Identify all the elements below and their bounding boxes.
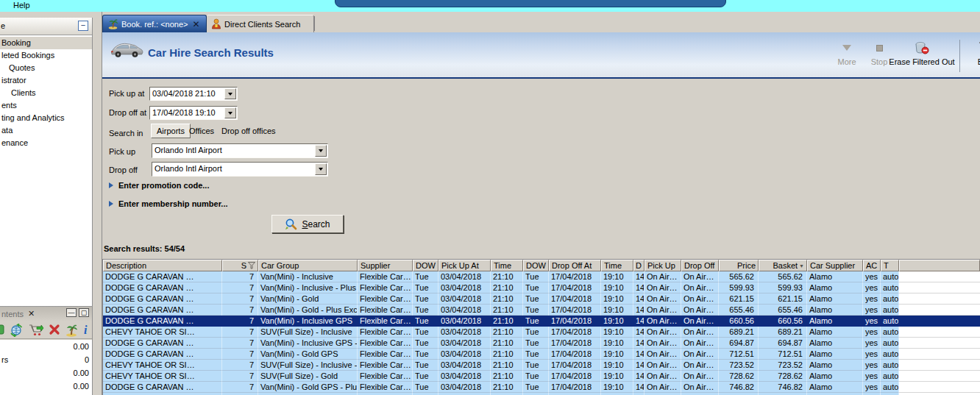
cell: Tue — [523, 338, 549, 349]
close-icon[interactable]: ✕ — [193, 19, 200, 29]
result-row[interactable]: DODGE G CARAVAN …7Van(Mini) - Inclusive … — [103, 338, 980, 349]
cell: 21:10 — [491, 305, 523, 316]
minimize-icon[interactable]: — — [66, 308, 77, 317]
search-in-airports[interactable]: Airports — [151, 124, 191, 138]
add-to-basket-icon[interactable] — [29, 324, 45, 337]
basket-button[interactable]: Bask — [965, 41, 980, 66]
result-row[interactable]: DODGE G CARAVAN …7Van(Mini) - Inclusive … — [103, 316, 980, 327]
svg-text:i: i — [84, 324, 88, 336]
sidebar-item[interactable]: leted Bookings — [0, 49, 92, 62]
menu-help[interactable]: Help — [13, 1, 30, 10]
column-header-pick-up-at[interactable]: Pick Up At — [438, 260, 491, 271]
column-header-d[interactable]: D — [633, 260, 645, 271]
dropoff-at-field[interactable]: 17/04/2018 19:10 — [149, 106, 238, 120]
chevron-down-icon[interactable] — [224, 88, 236, 99]
collapse-icon[interactable]: − — [78, 21, 88, 31]
cell: 660.56 — [719, 316, 759, 327]
column-header-time[interactable]: Time — [601, 260, 633, 271]
cell: On Air… — [645, 349, 681, 360]
cell: On Air… — [681, 305, 719, 316]
result-row[interactable]: DODGE G CARAVAN …7Van(Mini) - Gold - Plu… — [103, 305, 980, 316]
column-header-price[interactable]: Price — [719, 260, 759, 271]
column-header-dow[interactable]: DOW — [413, 260, 438, 271]
navigation-sidebar: e − Bookingleted BookingsQuotesistratorC… — [0, 18, 93, 306]
sidebar-item[interactable]: ents — [0, 99, 92, 112]
column-header-description[interactable]: Description — [103, 260, 222, 271]
sidebar-item[interactable]: ting and Analytics — [0, 112, 92, 124]
chevron-down-icon[interactable] — [315, 145, 327, 157]
result-row[interactable]: DODGE G CARAVAN …7Van(Mini) - GoldFlexib… — [103, 293, 980, 305]
filter-icon — [248, 262, 255, 269]
search-in-offices[interactable]: Offices — [189, 127, 214, 135]
palm-tree-icon[interactable] — [65, 324, 78, 337]
cell: 694.87 — [719, 338, 759, 349]
pickup-at-field[interactable]: 03/04/2018 21:10 — [149, 87, 238, 101]
erase-filtered-out-button[interactable]: Erase Filtered Out — [887, 41, 957, 66]
column-header-ac[interactable]: AC — [863, 260, 881, 271]
cell: On Air… — [645, 271, 681, 282]
tab-direct-clients-search[interactable]: Direct Clients Search — [207, 15, 314, 32]
delete-icon[interactable] — [49, 324, 60, 335]
tab-booking-ref[interactable]: Book. ref.: <none> ✕ — [102, 15, 207, 32]
column-header-basket[interactable]: Basket▼ — [759, 260, 807, 271]
column-header-drop-off[interactable]: Drop Off — [681, 260, 719, 271]
column-header-supplier[interactable]: Supplier — [358, 260, 413, 271]
dropoff-at-label: Drop off at — [109, 108, 146, 117]
more-button[interactable]: More — [831, 41, 863, 66]
cell: yes — [863, 382, 881, 393]
expander-arrow-icon[interactable] — [109, 182, 113, 188]
info-icon[interactable]: i — [83, 324, 90, 336]
column-header-drop-off-at[interactable]: Drop Off At — [549, 260, 601, 271]
sidebar-item[interactable]: Booking — [0, 37, 92, 49]
maximize-icon[interactable]: ▢ — [79, 308, 89, 317]
cell: 19:10 — [601, 349, 633, 360]
clipped-icon[interactable] — [0, 324, 4, 335]
cell: 19:10 — [601, 327, 633, 338]
cell: Van(Mini) - Gold — [258, 293, 358, 305]
pickup-label: Pick up — [109, 147, 135, 156]
result-row[interactable]: DODGE G CARAVAN …7Van(Mini) - InclusiveF… — [103, 271, 980, 282]
cell: Alamo — [807, 316, 863, 327]
close-icon[interactable]: ✕ — [28, 309, 35, 319]
column-header-t[interactable]: T — [881, 260, 899, 271]
cell: 21:10 — [491, 271, 523, 282]
cell: 19:10 — [601, 316, 633, 327]
dropoff-combobox[interactable]: Orlando Intl Airport — [152, 162, 328, 177]
refresh-globe-icon[interactable] — [10, 324, 24, 337]
pickup-combobox[interactable]: Orlando Intl Airport — [152, 143, 328, 158]
sidebar-item[interactable]: Clients — [0, 87, 92, 99]
cell: 03/04/2018 — [438, 282, 491, 293]
chevron-down-icon[interactable] — [224, 107, 236, 118]
cell: 03/04/2018 — [438, 382, 491, 393]
sidebar-item[interactable]: istrator — [0, 74, 92, 87]
result-row[interactable]: CHEVY TAHOE OR SI…7SUV(Full Size) - Incl… — [103, 327, 980, 338]
search-button[interactable]: Search — [271, 215, 344, 233]
chevron-down-icon[interactable] — [315, 163, 327, 175]
search-results-summary: Search results: 54/54 — [104, 244, 185, 253]
promotion-code-expander[interactable]: Enter promotion code... — [118, 181, 209, 190]
result-row[interactable]: CHEVY TAHOE OR SI…7SUV(Full Size) - Gold… — [103, 371, 980, 382]
panel-tab-contents[interactable]: ntents — [1, 310, 24, 319]
result-row[interactable]: CHEVY TAHOE OR SI…7SUV(Full Size) - Incl… — [103, 360, 980, 371]
result-row[interactable]: DODGE G CARAVAN …7Van(Mini) - Gold GPSFl… — [103, 349, 980, 360]
expander-arrow-icon[interactable] — [109, 201, 113, 207]
result-row[interactable]: DODGE G CARAVAN …7Van(Mini) - Inclusive … — [103, 282, 980, 293]
sidebar-item[interactable]: ata — [0, 124, 92, 137]
cell: 565.62 — [719, 271, 759, 282]
column-header-dow[interactable]: DOW — [523, 260, 549, 271]
column-header-pick-up[interactable]: Pick Up — [645, 260, 681, 271]
result-row[interactable]: DODGE G CARAVAN …7Van(Mini) - Gold GPS -… — [103, 382, 980, 393]
membership-number-expander[interactable]: Enter membership number... — [118, 199, 228, 208]
cell: 19:10 — [601, 282, 633, 293]
cell: Alamo — [807, 271, 863, 282]
column-header-s[interactable]: S — [222, 260, 258, 271]
column-header-car-group[interactable]: Car Group — [258, 260, 358, 271]
column-header-car-supplier[interactable]: Car Supplier — [807, 260, 863, 271]
column-header-time[interactable]: Time — [491, 260, 523, 271]
search-in-dropoff-offices[interactable]: Drop off offices — [221, 127, 276, 135]
cell: Tue — [523, 327, 549, 338]
cell: auto — [881, 293, 899, 305]
sidebar-item[interactable]: enance — [0, 137, 92, 149]
basket-icon — [965, 41, 980, 54]
sidebar-item[interactable]: Quotes — [0, 62, 92, 74]
